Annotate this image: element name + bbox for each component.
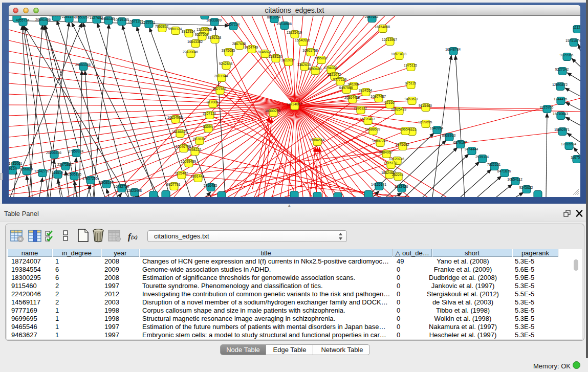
svg-text:3824554: 3824554 — [359, 89, 373, 92]
svg-text:9960124: 9960124 — [168, 27, 182, 31]
svg-text:1362615: 1362615 — [297, 63, 311, 67]
svg-text:12942737: 12942737 — [34, 169, 50, 173]
svg-text:13325419: 13325419 — [287, 31, 302, 34]
svg-text:16099489: 16099489 — [181, 160, 196, 163]
svg-text:6497568: 6497568 — [339, 86, 353, 90]
svg-text:16543382: 16543382 — [187, 40, 203, 43]
svg-text:9527503: 9527503 — [195, 33, 209, 36]
svg-text:16648784: 16648784 — [445, 48, 461, 51]
svg-text:8215955: 8215955 — [540, 105, 554, 109]
svg-text:12093872: 12093872 — [552, 83, 568, 86]
svg-text:10025433: 10025433 — [391, 107, 406, 111]
svg-text:16654908: 16654908 — [167, 116, 183, 119]
svg-text:18807249: 18807249 — [372, 139, 387, 143]
svg-text:16782759: 16782759 — [114, 185, 129, 188]
svg-text:13226058: 13226058 — [197, 28, 212, 31]
svg-text:17359924: 17359924 — [68, 149, 83, 153]
svg-text:20206536: 20206536 — [46, 151, 61, 155]
svg-text:9463627: 9463627 — [405, 97, 419, 101]
svg-text:2293146: 2293146 — [62, 16, 76, 18]
svg-text:22420046: 22420046 — [183, 50, 198, 54]
svg-text:9146821: 9146821 — [258, 50, 272, 54]
svg-text:9084067: 9084067 — [379, 150, 393, 154]
svg-text:1733426: 1733426 — [395, 185, 408, 188]
svg-text:10120746: 10120746 — [389, 157, 404, 161]
svg-text:2935114: 2935114 — [475, 155, 489, 159]
svg-text:20364436: 20364436 — [344, 96, 360, 99]
svg-text:19384554: 19384554 — [309, 138, 324, 142]
svg-text:16033809: 16033809 — [206, 18, 222, 22]
svg-text:3267110: 3267110 — [203, 112, 216, 115]
svg-text:9699695: 9699695 — [419, 120, 432, 124]
svg-text:19654: 19654 — [400, 127, 410, 131]
svg-text:975115: 975115 — [405, 81, 416, 85]
svg-text:6879197: 6879197 — [453, 141, 467, 144]
svg-text:7955812: 7955812 — [314, 56, 328, 60]
svg-text:9857791: 9857791 — [167, 183, 181, 186]
svg-text:10973493: 10973493 — [391, 52, 406, 56]
svg-text:1588520: 1588520 — [269, 55, 282, 58]
svg-text:8186328: 8186328 — [208, 36, 222, 39]
svg-text:7632621: 7632621 — [487, 163, 501, 166]
svg-text:5716485: 5716485 — [204, 184, 217, 187]
svg-text:15751074: 15751074 — [565, 39, 580, 42]
svg-text:10958107: 10958107 — [98, 181, 114, 184]
svg-text:1156829: 1156829 — [19, 167, 33, 171]
svg-text:8912954: 8912954 — [182, 30, 195, 33]
svg-text:1112: 1112 — [573, 26, 580, 29]
svg-text:12213967: 12213967 — [382, 38, 397, 41]
svg-text:10688609: 10688609 — [365, 127, 380, 131]
svg-text:8427552: 8427552 — [213, 87, 227, 91]
svg-text:3875685: 3875685 — [222, 49, 235, 52]
svg-text:8471676: 8471676 — [497, 169, 511, 173]
svg-text:10807487: 10807487 — [371, 95, 386, 98]
svg-text:9245652: 9245652 — [519, 186, 533, 189]
svg-text:15720407: 15720407 — [360, 117, 375, 121]
svg-text:14136141: 14136141 — [371, 183, 386, 186]
svg-text:53594: 53594 — [203, 125, 213, 128]
svg-text:8454749: 8454749 — [245, 46, 258, 49]
svg-text:8938923: 8938923 — [442, 134, 456, 137]
svg-text:12823448: 12823448 — [126, 189, 142, 192]
svg-text:17957255: 17957255 — [82, 177, 98, 180]
svg-text:746266: 746266 — [347, 82, 359, 86]
svg-text:2803144: 2803144 — [214, 74, 228, 78]
svg-text:16154808: 16154808 — [375, 25, 390, 29]
svg-text:817008: 817008 — [207, 100, 219, 104]
svg-text:19166829: 19166829 — [172, 130, 187, 134]
svg-text:9227342: 9227342 — [555, 68, 569, 71]
svg-text:1435061: 1435061 — [9, 162, 22, 165]
svg-text:62160: 62160 — [385, 101, 395, 104]
svg-text:6794028: 6794028 — [324, 66, 338, 70]
svg-text:23975867: 23975867 — [57, 163, 73, 166]
svg-text:18724007: 18724007 — [287, 102, 302, 106]
svg-text:18300295: 18300295 — [265, 109, 280, 113]
svg-text:116753: 116753 — [571, 156, 580, 159]
svg-text:15692971: 15692971 — [554, 128, 570, 132]
svg-text:9115460: 9115460 — [419, 104, 432, 107]
svg-text:3822037: 3822037 — [281, 58, 295, 62]
svg-text:1615132: 1615132 — [384, 161, 398, 165]
svg-text:1893091: 1893091 — [49, 16, 63, 17]
svg-text:10553267: 10553267 — [74, 16, 90, 19]
svg-text:6466160: 6466160 — [101, 17, 115, 20]
svg-text:7663822: 7663822 — [155, 25, 169, 28]
svg-text:10719155: 10719155 — [114, 18, 129, 21]
svg-text:19218506: 19218506 — [276, 22, 292, 26]
svg-text:1975692: 1975692 — [396, 143, 409, 146]
svg-text:16640910: 16640910 — [295, 38, 310, 42]
svg-text:1975115: 1975115 — [404, 63, 417, 67]
svg-text:1621072: 1621072 — [328, 73, 341, 76]
svg-text:20691406: 20691406 — [35, 18, 51, 21]
svg-text:9474444: 9474444 — [465, 147, 478, 151]
svg-text:(x): (x) — [131, 234, 138, 240]
svg-text:114519: 114519 — [52, 171, 63, 174]
svg-text:8990448: 8990448 — [308, 67, 322, 71]
svg-text:9777169: 9777169 — [333, 78, 347, 81]
svg-text:10654112: 10654112 — [507, 178, 522, 181]
svg-text:1640954: 1640954 — [430, 126, 444, 130]
svg-text:7357224: 7357224 — [226, 23, 240, 26]
svg-text:39154: 39154 — [9, 167, 17, 170]
svg-text:7625402: 7625402 — [175, 171, 188, 175]
svg-text:8813054: 8813054 — [267, 16, 281, 19]
